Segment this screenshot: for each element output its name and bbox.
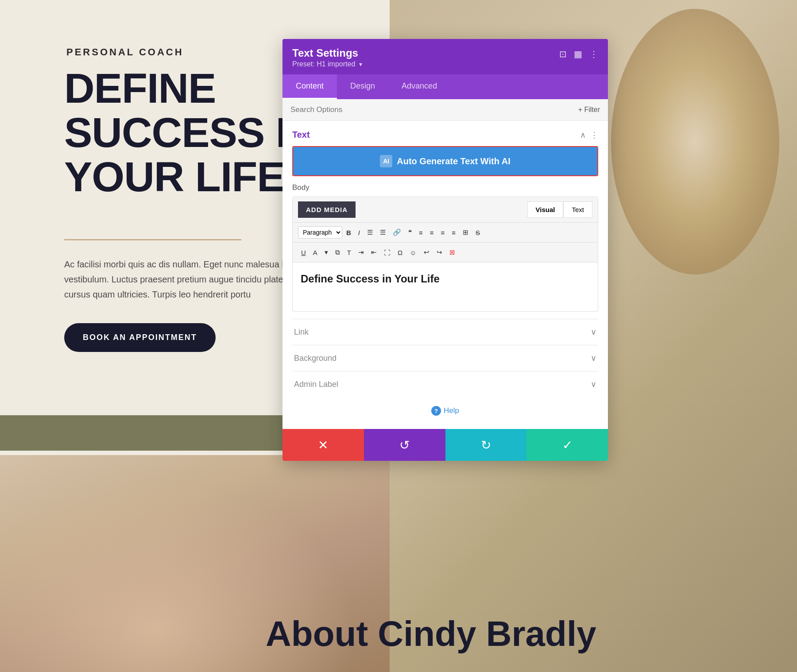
undo-button[interactable]: ↩ [421, 246, 433, 259]
text-section-title: Text [292, 130, 310, 140]
align-right-button[interactable]: ≡ [438, 227, 448, 239]
paragraph-select[interactable]: Paragraph [298, 226, 342, 239]
tab-content[interactable]: Content [282, 74, 337, 99]
ai-button-wrapper: AI Auto Generate Text With AI [292, 146, 598, 176]
panel-header: Text Settings Preset: H1 imported ▾ ⊡ ▦ … [282, 39, 608, 74]
toolbar-row-2: U A ▾ ⧉ T ⇥ ⇤ ⛶ Ω ☺ ↩ ↪ ⊠ [293, 243, 598, 263]
about-heading: About Cindy Bradly [266, 614, 596, 654]
search-input[interactable] [290, 105, 512, 114]
panel-title: Text Settings [292, 47, 362, 59]
undo-action-button[interactable]: ↺ [364, 429, 445, 461]
help-label: Help [444, 406, 459, 415]
ai-icon: AI [380, 155, 392, 167]
ai-generate-button[interactable]: AI Auto Generate Text With AI [293, 147, 597, 175]
link-label: Link [294, 328, 309, 337]
panel-header-icons: ⊡ ▦ ⋮ [559, 49, 598, 59]
responsive-icon[interactable]: ⊡ [559, 49, 567, 59]
justify-button[interactable]: ≡ [449, 227, 459, 239]
indent-in-button[interactable]: ⇥ [355, 246, 367, 259]
help-button[interactable]: ? Help [431, 406, 459, 416]
help-icon: ? [431, 406, 441, 416]
redo-action-button[interactable]: ↻ [445, 429, 527, 461]
indent-out-button[interactable]: ⇤ [368, 246, 380, 259]
align-center-button[interactable]: ≡ [427, 227, 437, 239]
text-settings-panel: Text Settings Preset: H1 imported ▾ ⊡ ▦ … [282, 39, 608, 461]
color-picker-arrow[interactable]: ▾ [321, 246, 331, 259]
section-more-icon[interactable]: ⋮ [590, 130, 598, 140]
underline-button[interactable]: U [298, 247, 309, 259]
bullet-list-button[interactable]: ☰ [364, 226, 376, 239]
bold-button[interactable]: B [343, 227, 354, 239]
emoji-button[interactable]: ☺ [406, 247, 419, 259]
tab-advanced[interactable]: Advanced [388, 74, 450, 99]
table-button[interactable]: ⊞ [460, 226, 472, 239]
admin-label-section[interactable]: Admin Label ∨ [292, 371, 598, 397]
personal-coach-label: PERSONAL COACH [66, 46, 184, 58]
editor-content[interactable]: Define Success in Your Life [293, 263, 598, 311]
link-chevron: ∨ [591, 327, 596, 337]
editor-area: ADD MEDIA Visual Text Paragraph B I ☰ ☰ … [292, 197, 598, 312]
fullscreen-button[interactable]: ⛶ [381, 247, 394, 259]
background-chevron: ∨ [591, 353, 596, 363]
panel-preset[interactable]: Preset: H1 imported ▾ [292, 60, 362, 68]
editor-topbar: ADD MEDIA Visual Text [293, 197, 598, 223]
more-options-icon[interactable]: ⋮ [589, 49, 598, 59]
panel-title-area: Text Settings Preset: H1 imported ▾ [292, 47, 362, 68]
search-bar: + Filter [282, 99, 608, 121]
text-color-button[interactable]: A [310, 247, 321, 259]
italic-button[interactable]: I [355, 227, 363, 239]
remove-button[interactable]: ⊠ [446, 246, 458, 259]
hero-body: Ac facilisi morbi quis ac dis nullam. Eg… [64, 257, 317, 302]
panel-tabs: Content Design Advanced [282, 74, 608, 99]
text-section-header: Text ∧ ⋮ [292, 130, 598, 140]
add-media-button[interactable]: ADD MEDIA [298, 201, 356, 218]
collapse-icon[interactable]: ∧ [580, 130, 586, 140]
ai-btn-label: Auto Generate Text With AI [397, 156, 511, 166]
help-row: ? Help [292, 397, 598, 420]
link-button[interactable]: 🔗 [390, 226, 404, 239]
body-label: Body [292, 183, 598, 192]
toolbar-row-1: Paragraph B I ☰ ☰ 🔗 ❝ ≡ ≡ ≡ ≡ ⊞ S [293, 223, 598, 243]
text-view-button[interactable]: Text [563, 201, 592, 218]
filter-button[interactable]: + Filter [578, 106, 600, 114]
redo-button[interactable]: ↪ [433, 246, 445, 259]
hero-divider [64, 239, 241, 240]
layout-icon[interactable]: ▦ [574, 49, 582, 59]
numbered-list-button[interactable]: ☰ [377, 226, 389, 239]
special-chars-button[interactable]: Ω [395, 247, 406, 259]
panel-body: Text ∧ ⋮ AI Auto Generate Text With AI B… [282, 121, 608, 429]
admin-label-chevron: ∨ [591, 379, 596, 389]
clear-format-button[interactable]: T [344, 247, 354, 259]
align-left-button[interactable]: ≡ [416, 227, 426, 239]
visual-view-button[interactable]: Visual [527, 201, 564, 218]
blockquote-button[interactable]: ❝ [405, 226, 415, 239]
link-section[interactable]: Link ∨ [292, 319, 598, 345]
admin-label-text: Admin Label [294, 380, 338, 389]
background-label: Background [294, 354, 337, 363]
book-appointment-button[interactable]: BOOK AN APPOINTMENT [64, 323, 216, 352]
action-bar: ✕ ↺ ↻ ✓ [282, 429, 608, 461]
preset-dropdown-arrow: ▾ [359, 61, 362, 68]
section-toggle-icons: ∧ ⋮ [580, 130, 598, 140]
confirm-button[interactable]: ✓ [526, 429, 608, 461]
copy-style-button[interactable]: ⧉ [332, 246, 343, 259]
cancel-button[interactable]: ✕ [282, 429, 364, 461]
background-section[interactable]: Background ∨ [292, 345, 598, 371]
strikethrough-button[interactable]: S [472, 227, 483, 239]
tab-design[interactable]: Design [337, 74, 388, 99]
